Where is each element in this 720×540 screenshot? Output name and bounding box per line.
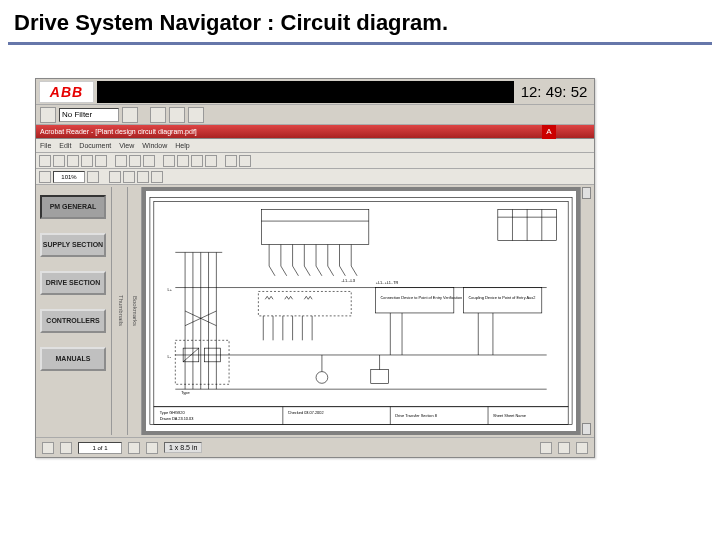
text-tool-icon[interactable] xyxy=(143,155,155,167)
nav-back-button[interactable] xyxy=(40,107,56,123)
select-tool-icon[interactable] xyxy=(129,155,141,167)
layout-cont-icon[interactable] xyxy=(558,442,570,454)
sidebar-item-pm-general[interactable]: PM GENERAL xyxy=(40,195,106,219)
last-page-icon[interactable] xyxy=(205,155,217,167)
svg-rect-0 xyxy=(150,198,572,425)
page-size: 1 x 8.5 in xyxy=(164,442,202,453)
svg-text:Type: Type xyxy=(181,390,189,395)
svg-rect-11 xyxy=(261,209,369,244)
document-tab-label: Acrobat Reader - [Plant design circuit d… xyxy=(40,128,197,135)
menu-file[interactable]: File xyxy=(40,142,51,149)
svg-rect-1 xyxy=(154,202,568,407)
search-icon[interactable] xyxy=(95,155,107,167)
status-icon-1[interactable] xyxy=(42,442,54,454)
document-tab[interactable]: Acrobat Reader - [Plant design circuit d… xyxy=(36,125,594,139)
svg-line-26 xyxy=(328,266,334,276)
svg-text:Checked 03.07.2002: Checked 03.07.2002 xyxy=(288,410,324,415)
svg-text:-L1..-L3: -L1..-L3 xyxy=(341,278,354,283)
svg-text:Drive Transfer Section 8: Drive Transfer Section 8 xyxy=(395,413,437,418)
svg-line-23 xyxy=(293,266,299,276)
zoom-in-icon[interactable] xyxy=(239,155,251,167)
zoom-dropdown-icon[interactable] xyxy=(87,171,99,183)
zoom-out-icon[interactable] xyxy=(225,155,237,167)
svg-rect-46 xyxy=(258,291,351,315)
status-icon-2[interactable] xyxy=(60,442,72,454)
statusbar: 1 of 1 1 x 8.5 in xyxy=(36,437,594,457)
svg-line-28 xyxy=(351,266,357,276)
layout-facing-icon[interactable] xyxy=(576,442,588,454)
pdf-toolbar xyxy=(36,153,594,169)
bookmarks-tab[interactable]: Bookmarks xyxy=(128,187,142,435)
svg-line-25 xyxy=(316,266,322,276)
fit-width-icon[interactable] xyxy=(123,171,135,183)
svg-text:+L1..+L1..TR: +L1..+L1..TR xyxy=(376,280,399,285)
sidebar-item-manuals[interactable]: MANUALS xyxy=(40,347,106,371)
hand-tool-icon[interactable] xyxy=(115,155,127,167)
clock: 12: 49: 52 xyxy=(514,83,594,100)
svg-line-21 xyxy=(269,266,275,276)
page-title: Drive System Navigator : Circuit diagram… xyxy=(0,0,720,42)
status-next-icon[interactable] xyxy=(128,442,140,454)
rotate-icon[interactable] xyxy=(137,171,149,183)
prev-page-icon[interactable] xyxy=(177,155,189,167)
first-page-icon[interactable] xyxy=(163,155,175,167)
adobe-icon: A xyxy=(542,125,556,139)
open-icon[interactable] xyxy=(39,155,51,167)
svg-line-24 xyxy=(304,266,310,276)
pdf-toolbar-2: 101% xyxy=(36,169,594,185)
pdf-menubar: File Edit Document View Window Help xyxy=(36,139,594,153)
layout-single-icon[interactable] xyxy=(540,442,552,454)
title-underline xyxy=(8,42,712,45)
menu-edit[interactable]: Edit xyxy=(59,142,71,149)
vertical-scrollbar[interactable] xyxy=(580,187,592,435)
print-icon[interactable] xyxy=(67,155,79,167)
svg-text:Drawn DA 23.10.03: Drawn DA 23.10.03 xyxy=(160,416,194,421)
svg-line-27 xyxy=(340,266,346,276)
fit-icon[interactable] xyxy=(39,171,51,183)
page-indicator[interactable]: 1 of 1 xyxy=(78,442,122,454)
sidebar-item-drive-section[interactable]: DRIVE SECTION xyxy=(40,271,106,295)
svg-rect-65 xyxy=(371,370,389,384)
circuit-diagram: Type GHG920 Drawn DA 23.10.03 Checked 03… xyxy=(146,191,576,431)
filter-input[interactable]: No Filter xyxy=(59,108,119,122)
tool-icon-2[interactable] xyxy=(169,107,185,123)
svg-rect-42 xyxy=(175,340,229,384)
sidebar-item-controllers[interactable]: CONTROLLERS xyxy=(40,309,106,333)
menu-help[interactable]: Help xyxy=(175,142,189,149)
sidebar: PM GENERAL SUPPLY SECTION DRIVE SECTION … xyxy=(36,187,112,435)
fit-page-icon[interactable] xyxy=(109,171,121,183)
thumbnails-tab[interactable]: Thumbnails xyxy=(114,187,128,435)
svg-text:L+: L+ xyxy=(168,287,173,292)
zoom-input[interactable]: 101% xyxy=(53,171,85,183)
mail-icon[interactable] xyxy=(81,155,93,167)
svg-line-22 xyxy=(281,266,287,276)
pdf-viewport: Thumbnails Bookmarks Type GHG920 Drawn D… xyxy=(114,187,592,435)
save-icon[interactable] xyxy=(53,155,65,167)
application-window: ABB 12: 49: 52 No Filter Acrobat Reader … xyxy=(35,78,595,458)
svg-text:Connection Device to Point of : Connection Device to Point of Entry Veri… xyxy=(381,295,463,300)
svg-text:Type GHG920: Type GHG920 xyxy=(160,410,186,415)
next-page-icon[interactable] xyxy=(191,155,203,167)
abb-logo: ABB xyxy=(39,81,94,103)
sidebar-item-supply-section[interactable]: SUPPLY SECTION xyxy=(40,233,106,257)
svg-point-63 xyxy=(316,372,328,384)
tool-icon-3[interactable] xyxy=(188,107,204,123)
main-toolbar: No Filter xyxy=(36,105,594,125)
tool-extra-icon[interactable] xyxy=(151,171,163,183)
menu-window[interactable]: Window xyxy=(142,142,167,149)
tool-icon-1[interactable] xyxy=(150,107,166,123)
pdf-page[interactable]: Type GHG920 Drawn DA 23.10.03 Checked 03… xyxy=(146,191,576,431)
svg-text:L-: L- xyxy=(168,354,172,359)
titlebar: ABB 12: 49: 52 xyxy=(36,79,594,105)
status-last-icon[interactable] xyxy=(146,442,158,454)
svg-text:Sheet Sheet Name: Sheet Sheet Name xyxy=(493,413,526,418)
svg-text:Coupling Device to Point of En: Coupling Device to Point of Entry Aux2 xyxy=(469,295,536,300)
dropdown-icon[interactable] xyxy=(122,107,138,123)
titlebar-dark xyxy=(97,81,514,103)
menu-view[interactable]: View xyxy=(119,142,134,149)
menu-document[interactable]: Document xyxy=(79,142,111,149)
